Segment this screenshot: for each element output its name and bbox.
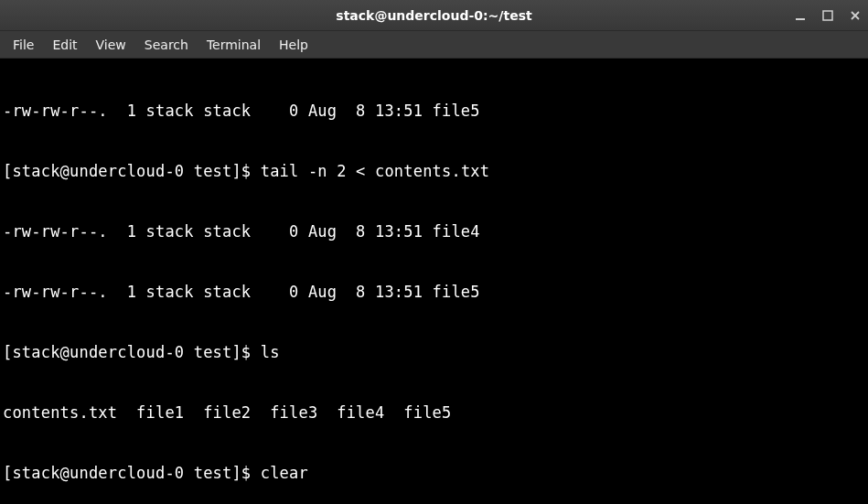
prompt: [stack@undercloud-0 test]$ <box>3 162 261 180</box>
prompt-line: [stack@undercloud-0 test]$ ls <box>3 342 865 362</box>
window-controls <box>793 0 863 30</box>
output-line: -rw-rw-r--. 1 stack stack 0 Aug 8 13:51 … <box>3 101 865 121</box>
prompt-line: [stack@undercloud-0 test]$ clear <box>3 463 865 483</box>
menu-terminal[interactable]: Terminal <box>198 34 270 56</box>
close-button[interactable] <box>848 8 863 23</box>
terminal-area[interactable]: -rw-rw-r--. 1 stack stack 0 Aug 8 13:51 … <box>0 59 868 504</box>
output-line: -rw-rw-r--. 1 stack stack 0 Aug 8 13:51 … <box>3 282 865 302</box>
menu-file[interactable]: File <box>4 34 43 56</box>
command: clear <box>261 464 308 482</box>
svg-rect-1 <box>823 11 832 20</box>
prompt: [stack@undercloud-0 test]$ <box>3 464 261 482</box>
command: tail -n 2 < contents.txt <box>261 162 489 180</box>
prompt: [stack@undercloud-0 test]$ <box>3 343 261 361</box>
output-line: -rw-rw-r--. 1 stack stack 0 Aug 8 13:51 … <box>3 221 865 241</box>
titlebar: stack@undercloud-0:~/test <box>0 0 868 31</box>
menu-help[interactable]: Help <box>270 34 317 56</box>
maximize-button[interactable] <box>820 8 835 23</box>
menu-search[interactable]: Search <box>135 34 198 56</box>
command: ls <box>261 343 280 361</box>
output-line: contents.txt file1 file2 file3 file4 fil… <box>3 402 865 423</box>
menu-edit[interactable]: Edit <box>43 34 86 56</box>
minimize-button[interactable] <box>793 8 808 23</box>
menubar: File Edit View Search Terminal Help <box>0 31 868 59</box>
prompt-line: [stack@undercloud-0 test]$ tail -n 2 < c… <box>3 161 865 181</box>
menu-view[interactable]: View <box>87 34 135 56</box>
window-title: stack@undercloud-0:~/test <box>336 8 531 23</box>
svg-rect-0 <box>796 18 805 20</box>
